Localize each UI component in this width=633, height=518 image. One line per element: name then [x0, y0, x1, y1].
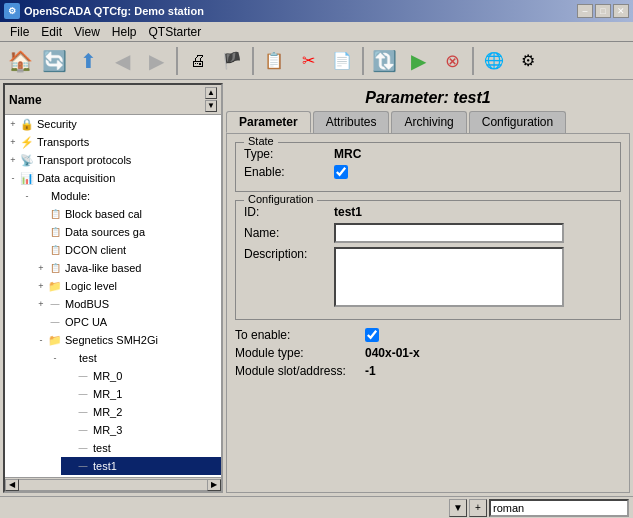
- cut-button[interactable]: ✂: [292, 46, 324, 76]
- security-icon: 🔒: [19, 116, 35, 132]
- expand-data-acquisition[interactable]: -: [7, 172, 19, 184]
- mr2-icon: —: [75, 404, 91, 420]
- status-plus-btn[interactable]: +: [469, 499, 487, 517]
- config-group-label: Configuration: [244, 193, 317, 205]
- toolbar-separator-3: [362, 47, 364, 75]
- module-slot-label: Module slot/address:: [235, 364, 365, 378]
- modbus-icon: —: [47, 296, 63, 312]
- tree-item-transport-protocols[interactable]: + 📡 Transport protocols: [5, 151, 221, 169]
- expand-transports[interactable]: +: [7, 136, 19, 148]
- mr3-icon: —: [75, 422, 91, 438]
- transport-protocols-icon: 📡: [19, 152, 35, 168]
- tree-item-test-node[interactable]: - test: [47, 349, 221, 367]
- menu-edit[interactable]: Edit: [35, 23, 68, 41]
- tree-label-opc-ua: OPC UA: [65, 316, 107, 328]
- menu-file[interactable]: File: [4, 23, 35, 41]
- tree-header: Name ▲ ▼: [5, 85, 221, 115]
- to-enable-row: To enable:: [235, 328, 621, 342]
- menu-qtstarter[interactable]: QTStarter: [143, 23, 208, 41]
- tree-item-data-acquisition[interactable]: - 📊 Data acquisition: [5, 169, 221, 187]
- tree-label-transports: Transports: [37, 136, 89, 148]
- paste-button[interactable]: 📄: [326, 46, 358, 76]
- tree-item-segnetics[interactable]: - 📁 Segnetics SMH2Gi: [33, 331, 221, 349]
- tree-scroll-down[interactable]: ▼: [205, 100, 217, 112]
- state-group: State Type: MRC Enable:: [235, 142, 621, 192]
- tree-item-opc-ua[interactable]: + — OPC UA: [33, 313, 221, 331]
- tree-item-modbus[interactable]: + — ModBUS: [33, 295, 221, 313]
- up-button[interactable]: ⬆: [72, 46, 104, 76]
- tree-label-mr2: MR_2: [93, 406, 122, 418]
- flag-button[interactable]: 🏴: [216, 46, 248, 76]
- expand-test-node[interactable]: -: [49, 352, 61, 364]
- tree-item-logic-level[interactable]: + 📁 Logic level: [33, 277, 221, 295]
- id-value: test1: [334, 205, 362, 219]
- module-type-value: 040x-01-x: [365, 346, 420, 360]
- test-node-icon: [61, 350, 77, 366]
- home-button[interactable]: 🏠: [4, 46, 36, 76]
- sync-button[interactable]: 🔃: [368, 46, 400, 76]
- config-button[interactable]: ⚙: [512, 46, 544, 76]
- state-group-label: State: [244, 135, 278, 147]
- data-sources-icon: 📋: [47, 224, 63, 240]
- tree-item-mr3[interactable]: + — MR_3: [61, 421, 221, 439]
- status-username-input[interactable]: [489, 499, 629, 517]
- refresh-button[interactable]: 🔄: [38, 46, 70, 76]
- tree-item-test2[interactable]: + — test: [61, 439, 221, 457]
- enable-checkbox[interactable]: [334, 165, 348, 179]
- expand-logic-level[interactable]: +: [35, 280, 47, 292]
- tab-parameter[interactable]: Parameter: [226, 111, 311, 133]
- maximize-button[interactable]: □: [595, 4, 611, 18]
- enable-row: Enable:: [244, 165, 612, 179]
- expand-modbus[interactable]: +: [35, 298, 47, 310]
- expand-segnetics[interactable]: -: [35, 334, 47, 346]
- tree-scroll-left[interactable]: ◀: [5, 479, 19, 491]
- tree-label-data-acquisition: Data acquisition: [37, 172, 115, 184]
- tree-item-mr1[interactable]: + — MR_1: [61, 385, 221, 403]
- tab-attributes[interactable]: Attributes: [313, 111, 390, 133]
- tree-item-dcon[interactable]: + 📋 DCON client: [33, 241, 221, 259]
- expand-security[interactable]: +: [7, 118, 19, 130]
- menu-help[interactable]: Help: [106, 23, 143, 41]
- minimize-button[interactable]: –: [577, 4, 593, 18]
- expand-transport-protocols[interactable]: +: [7, 154, 19, 166]
- network-button[interactable]: 🌐: [478, 46, 510, 76]
- back-button[interactable]: ◀: [106, 46, 138, 76]
- tree-content: + 🔒 Security + ⚡ Transports + 📡 Transpor…: [5, 115, 221, 477]
- java-like-icon: 📋: [47, 260, 63, 276]
- tree-item-module[interactable]: - Module:: [19, 187, 221, 205]
- expand-java-like[interactable]: +: [35, 262, 47, 274]
- forward-button[interactable]: ▶: [140, 46, 172, 76]
- param-title: Parameter: test1: [226, 83, 630, 111]
- print-button[interactable]: 🖨: [182, 46, 214, 76]
- tree-horizontal-scroll[interactable]: ◀ ▶: [5, 477, 221, 491]
- tree-scroll-up[interactable]: ▲: [205, 87, 217, 99]
- to-enable-checkbox[interactable]: [365, 328, 379, 342]
- tree-item-block-based[interactable]: + 📋 Block based cal: [33, 205, 221, 223]
- main-area: Name ▲ ▼ + 🔒 Security + ⚡ Transports +: [0, 80, 633, 496]
- tree-label-mr0: MR_0: [93, 370, 122, 382]
- tree-label-segnetics: Segnetics SMH2Gi: [65, 334, 158, 346]
- name-row: Name:: [244, 223, 612, 243]
- tab-configuration[interactable]: Configuration: [469, 111, 566, 133]
- tree-item-mr0[interactable]: + — MR_0: [61, 367, 221, 385]
- tree-label-mr3: MR_3: [93, 424, 122, 436]
- copy-button[interactable]: 📋: [258, 46, 290, 76]
- name-input[interactable]: [334, 223, 564, 243]
- close-button[interactable]: ✕: [613, 4, 629, 18]
- menu-view[interactable]: View: [68, 23, 106, 41]
- stop-button[interactable]: ⊗: [436, 46, 468, 76]
- test2-icon: —: [75, 440, 91, 456]
- tree-item-java-like[interactable]: + 📋 Java-like based: [33, 259, 221, 277]
- tree-hscroll-track: [19, 479, 207, 491]
- play-button[interactable]: ▶: [402, 46, 434, 76]
- expand-module[interactable]: -: [21, 190, 33, 202]
- tree-item-mr2[interactable]: + — MR_2: [61, 403, 221, 421]
- tree-item-transports[interactable]: + ⚡ Transports: [5, 133, 221, 151]
- tree-scroll-right[interactable]: ▶: [207, 479, 221, 491]
- tree-item-data-sources[interactable]: + 📋 Data sources ga: [33, 223, 221, 241]
- status-dropdown-btn[interactable]: ▼: [449, 499, 467, 517]
- desc-textarea[interactable]: [334, 247, 564, 307]
- tree-item-test1[interactable]: + — test1: [61, 457, 221, 475]
- tab-archiving[interactable]: Archiving: [391, 111, 466, 133]
- tree-item-security[interactable]: + 🔒 Security: [5, 115, 221, 133]
